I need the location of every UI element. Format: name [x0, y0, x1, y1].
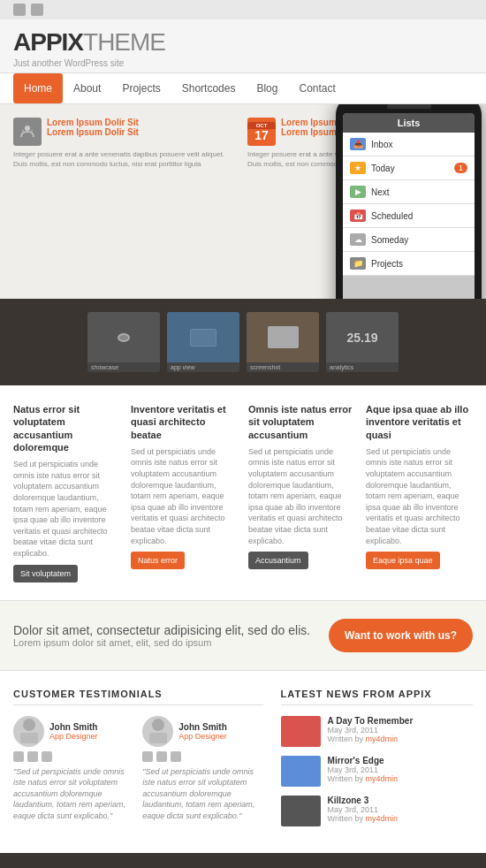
inbox-icon: 📥 — [350, 138, 366, 150]
testimonial-1-role: App Designer — [49, 732, 98, 741]
news-title-2[interactable]: Mirror's Edge — [328, 756, 398, 765]
col-4-button[interactable]: Eaque ipsa quae — [366, 552, 440, 569]
testimonial-2-avatar — [142, 716, 173, 747]
hero-section: Lorem Ipsum Dolir Sit Lorem Ipsum Dolir … — [0, 104, 486, 299]
nav-blog[interactable]: Blog — [246, 73, 288, 103]
phone-list-inbox[interactable]: 📥 Inbox — [343, 133, 475, 156]
feature-1-text: Integer posuere erat a ante venenatis da… — [13, 149, 239, 169]
phone-list-next[interactable]: ▶ Next — [343, 180, 475, 204]
col-1-title: Natus error sit voluptatem accusantium d… — [13, 403, 120, 453]
feature-2-icon: OCT 17 — [247, 118, 276, 146]
cta-button[interactable]: Want to work with us? — [329, 619, 473, 652]
rss-icon[interactable] — [31, 4, 43, 16]
phone-outer: Lists 📥 Inbox ★ Today 1 ▶ Next — [336, 104, 482, 299]
news-info-2: Mirror's Edge May 3rd, 2011 Written by m… — [328, 756, 398, 783]
feature-1-title-line2: Lorem Ipsum Dolir Sit — [47, 127, 139, 137]
news-author-3: Written by my4dmin — [328, 814, 398, 823]
phone-screen-header: Lists — [343, 113, 475, 133]
phone-list-scheduled[interactable]: 📅 Scheduled — [343, 204, 475, 228]
feature-1-icon — [13, 118, 42, 146]
news-author-2: Written by my4dmin — [328, 774, 398, 783]
projects-icon: 📁 — [350, 257, 366, 270]
phone-list-someday[interactable]: ☁ Someday — [343, 228, 475, 252]
news-item-3: Killzone 3 May 3rd, 2011 Written by my4d… — [281, 796, 473, 826]
phone-mockup: Lists 📥 Inbox ★ Today 1 ▶ Next — [336, 104, 486, 299]
logo-appix: APPIX — [13, 28, 83, 57]
showcase-item-2[interactable]: app view — [167, 312, 239, 372]
news-title-1[interactable]: A Day To Remember — [328, 716, 414, 726]
news-info-1: A Day To Remember May 3rd, 2011 Written … — [328, 716, 414, 743]
today-icon: ★ — [350, 162, 366, 174]
testimonial-2-name: John Smith — [178, 722, 227, 732]
showcase-item-3[interactable]: screenshot — [247, 312, 319, 372]
news-title: LATEST NEWS FROM APPIX — [281, 689, 473, 705]
col-2-text: Sed ut perspiciatis unde omnis iste natu… — [131, 446, 238, 546]
col-section-1: Natus error sit voluptatem accusantium d… — [13, 403, 120, 582]
col-1-button[interactable]: Sit voluptatem — [13, 565, 78, 582]
email-small-2-icon[interactable] — [156, 751, 167, 762]
col-section-2: Inventore veritatis et quasi architecto … — [131, 403, 238, 582]
col-4-text: Sed ut perspiciatis unde omnis iste natu… — [366, 446, 473, 546]
news-date-1: May 3rd, 2011 — [328, 726, 414, 735]
tagline: Just another WordPress site — [13, 58, 165, 68]
col-3-title: Omnis iste natus error sit voluptatem ac… — [248, 403, 355, 441]
twitter-small-icon[interactable] — [13, 751, 24, 762]
phone-list-projects[interactable]: 📁 Projects — [343, 252, 475, 276]
testimonial-1: John Smith App Designer "Sed ut perspici… — [13, 716, 133, 822]
nav-projects[interactable]: Projects — [111, 73, 171, 103]
testimonials-section: CUSTOMER TESTIMONIALS John Smith App Des… — [13, 689, 263, 835]
testimonial-1-header: John Smith App Designer — [13, 716, 133, 747]
four-col-section: Natus error sit voluptatem accusantium d… — [0, 385, 486, 600]
feature-2-date: 17 — [254, 129, 269, 141]
testimonial-1-name: John Smith — [49, 722, 98, 732]
col-2-button[interactable]: Natus error — [131, 552, 185, 569]
twitter-icon[interactable] — [13, 4, 26, 16]
cta-text: Dolor sit amet, consectetur adipisicing … — [13, 623, 310, 648]
testimonial-1-avatar — [13, 716, 44, 747]
phone-list-today[interactable]: ★ Today 1 — [343, 156, 475, 180]
showcase-section: showcase app view screenshot 25.19 analy… — [0, 299, 486, 385]
testimonial-1-text: "Sed ut perspiciatis unde omnis iste nat… — [13, 766, 133, 822]
main-nav: Home About Projects Shortcodes Blog Cont… — [0, 72, 486, 104]
news-thumb-2 — [281, 756, 321, 787]
header: APPIX THEME Just another WordPress site — [0, 19, 486, 72]
testimonial-1-social — [13, 751, 133, 762]
showcase-item-1[interactable]: showcase — [87, 312, 160, 372]
email-small-icon[interactable] — [27, 751, 38, 762]
feature-1-title-line1: Lorem Ipsum Dolir Sit — [47, 118, 139, 127]
next-icon: ▶ — [350, 186, 366, 198]
feature-1-titles: Lorem Ipsum Dolir Sit Lorem Ipsum Dolir … — [47, 118, 139, 137]
news-item-1: A Day To Remember May 3rd, 2011 Written … — [281, 716, 473, 747]
col-3-text: Sed ut perspiciatis unde omnis iste natu… — [248, 446, 355, 546]
news-title-3[interactable]: Killzone 3 — [328, 796, 398, 805]
cta-subtext: Lorem ipsum dolor sit amet, elit, sed do… — [13, 637, 310, 648]
col-3-button[interactable]: Accusantium — [248, 552, 308, 569]
nav-about[interactable]: About — [63, 73, 111, 103]
phone-speaker — [387, 104, 431, 109]
nav-contact[interactable]: Contact — [288, 73, 346, 103]
testimonial-2-header: John Smith App Designer — [142, 716, 262, 747]
web-small-2-icon[interactable] — [171, 751, 181, 762]
news-author-1: Written by my4dmin — [328, 735, 414, 743]
cta-bar: Dolor sit amet, consectetur adipisicing … — [0, 600, 486, 671]
news-info-3: Killzone 3 May 3rd, 2011 Written by my4d… — [328, 796, 398, 823]
col-section-4: Aque ipsa quae ab illo inventore veritat… — [366, 403, 473, 582]
web-small-icon[interactable] — [42, 751, 52, 762]
col-2-title: Inventore veritatis et quasi architecto … — [131, 403, 238, 441]
phone-screen: Lists 📥 Inbox ★ Today 1 ▶ Next — [343, 113, 475, 299]
nav-shortcodes[interactable]: Shortcodes — [171, 73, 247, 103]
showcase-item-4[interactable]: 25.19 analytics — [326, 312, 399, 372]
nav-home[interactable]: Home — [13, 73, 63, 103]
col-1-text: Sed ut perspiciatis unde omnis iste natu… — [13, 459, 120, 559]
logo: APPIX THEME — [13, 28, 165, 57]
testimonials-title: CUSTOMER TESTIMONIALS — [13, 689, 263, 705]
news-section: LATEST NEWS FROM APPIX A Day To Remember… — [281, 689, 473, 835]
testimonial-2-info: John Smith App Designer — [178, 722, 227, 741]
logo-wrap: APPIX THEME Just another WordPress site — [13, 28, 165, 68]
col-section-3: Omnis iste natus error sit voluptatem ac… — [248, 403, 355, 582]
svg-point-0 — [25, 126, 30, 131]
testimonial-1-info: John Smith App Designer — [49, 722, 98, 741]
twitter-small-2-icon[interactable] — [142, 751, 153, 762]
news-thumb-1 — [281, 716, 321, 747]
cta-heading: Dolor sit amet, consectetur adipisicing … — [13, 623, 310, 637]
